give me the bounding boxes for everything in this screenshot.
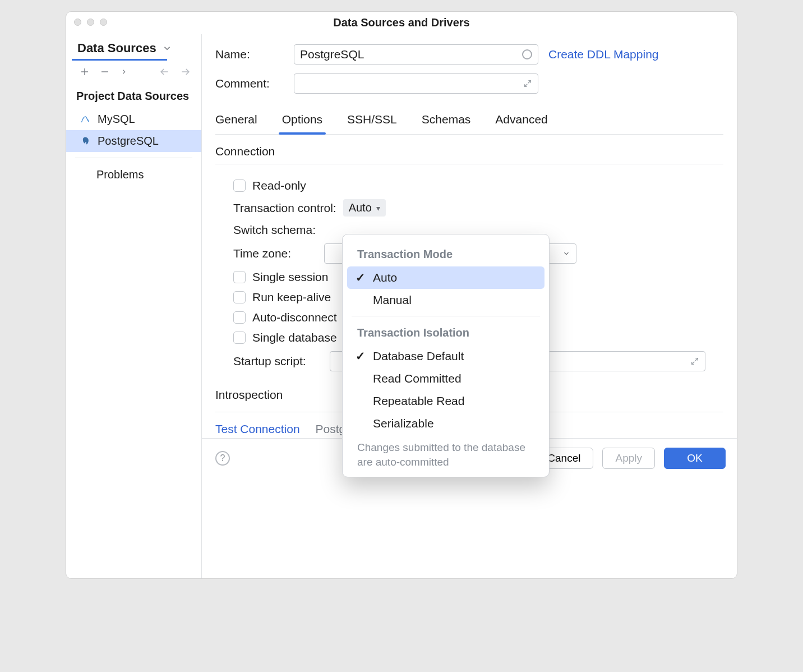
apply-button[interactable]: Apply [602, 448, 655, 469]
tree-item-label: MySQL [98, 113, 135, 126]
svg-line-6 [525, 84, 528, 87]
tx-control-value: Auto [349, 201, 372, 214]
tx-control-select[interactable]: Auto ▾ [343, 199, 386, 217]
section-connection-title: Connection [215, 135, 723, 164]
titlebar: Data Sources and Drivers [66, 12, 737, 34]
traffic-min[interactable] [87, 19, 94, 26]
sidebar-tab-data-sources[interactable]: Data Sources [66, 38, 201, 59]
tab-advanced[interactable]: Advanced [495, 107, 547, 134]
popup-item-label: Repeatable Read [373, 394, 464, 408]
single-session-checkbox[interactable] [233, 271, 246, 283]
name-label: Name: [215, 48, 284, 61]
singledb-checkbox[interactable] [233, 332, 246, 344]
tree-item-label: PostgreSQL [98, 135, 159, 148]
autodisconnect-label: Auto-disconnect [252, 311, 337, 324]
test-connection-link[interactable]: Test Connection [215, 422, 300, 436]
sidebar-item-postgresql[interactable]: PostgreSQL [66, 130, 201, 152]
chevron-down-icon: ▾ [376, 204, 380, 213]
create-ddl-mapping-link[interactable]: Create DDL Mapping [548, 48, 659, 61]
traffic-lights [74, 19, 107, 26]
check-icon: ✓ [355, 271, 366, 284]
comment-label: Comment: [215, 77, 284, 90]
sidebar: Data Sources [66, 34, 202, 578]
svg-line-8 [692, 362, 695, 365]
transaction-popup: Transaction Mode ✓ Auto Manual Transacti… [342, 234, 550, 477]
divider [352, 316, 540, 316]
sidebar-toolbar [66, 61, 201, 82]
postgresql-icon [80, 136, 91, 147]
svg-line-5 [528, 81, 531, 84]
nav-back-icon[interactable] [159, 66, 170, 77]
dialog-window: Data Sources and Drivers Data Sources [66, 11, 737, 579]
popup-item-read-committed[interactable]: Read Committed [347, 367, 544, 390]
add-icon[interactable] [80, 67, 90, 77]
name-value: PostgreSQL [300, 48, 364, 61]
switch-schema-label: Switch schema: [233, 223, 316, 237]
popup-item-label: Auto [373, 271, 397, 284]
expand-icon[interactable] [523, 79, 532, 88]
popup-item-auto[interactable]: ✓ Auto [347, 266, 544, 289]
popup-item-db-default[interactable]: ✓ Database Default [347, 345, 544, 367]
sidebar-item-mysql[interactable]: MySQL [66, 108, 201, 130]
single-session-label: Single session [252, 270, 328, 284]
singledb-label: Single database [252, 331, 337, 344]
popup-item-label: Read Committed [373, 372, 462, 385]
popup-item-label: Serializable [373, 417, 434, 430]
popup-item-label: Database Default [373, 349, 464, 363]
mysql-icon [80, 114, 91, 125]
check-icon: ✓ [355, 349, 366, 363]
keepalive-checkbox[interactable] [233, 291, 246, 303]
traffic-close[interactable] [74, 19, 81, 26]
tx-control-label: Transaction control: [233, 201, 336, 215]
divider [75, 158, 192, 158]
traffic-max[interactable] [100, 19, 107, 26]
popup-item-serializable[interactable]: Serializable [347, 412, 544, 435]
popup-group-title: Transaction Mode [357, 245, 539, 265]
svg-line-7 [695, 358, 698, 361]
tab-schemas[interactable]: Schemas [422, 107, 471, 134]
chevron-down-icon [162, 43, 172, 53]
sidebar-item-problems[interactable]: Problems [66, 164, 201, 186]
tree-item-label: Problems [96, 168, 144, 181]
tab-general[interactable]: General [215, 107, 257, 134]
readonly-label: Read-only [252, 179, 306, 192]
popup-item-manual[interactable]: Manual [347, 289, 544, 311]
startup-script-label: Startup script: [233, 355, 323, 368]
popup-item-repeatable-read[interactable]: Repeatable Read [347, 390, 544, 412]
popup-item-label: Manual [373, 293, 412, 307]
help-icon[interactable]: ? [215, 451, 230, 466]
remove-icon[interactable] [100, 67, 110, 77]
tab-options[interactable]: Options [282, 107, 322, 134]
autodisconnect-checkbox[interactable] [233, 311, 246, 324]
readonly-checkbox[interactable] [233, 179, 246, 192]
ok-button[interactable]: OK [664, 448, 726, 469]
keepalive-label: Run keep-alive [252, 291, 331, 304]
comment-input[interactable] [294, 73, 538, 94]
sidebar-section-label: Project Data Sources [66, 82, 201, 108]
color-ring-icon[interactable] [522, 49, 532, 59]
name-input[interactable]: PostgreSQL [294, 44, 538, 65]
popup-group-title: Transaction Isolation [357, 323, 539, 344]
nav-forward-icon[interactable] [180, 66, 191, 77]
tabs: General Options SSH/SSL Schemas Advanced [215, 107, 723, 135]
timezone-label: Time zone: [233, 247, 317, 260]
tab-ssh-ssl[interactable]: SSH/SSL [347, 107, 397, 134]
chevron-right-icon[interactable] [120, 68, 128, 76]
popup-footer-text: Changes submitted to the database are au… [343, 435, 549, 470]
window-title: Data Sources and Drivers [333, 16, 469, 29]
